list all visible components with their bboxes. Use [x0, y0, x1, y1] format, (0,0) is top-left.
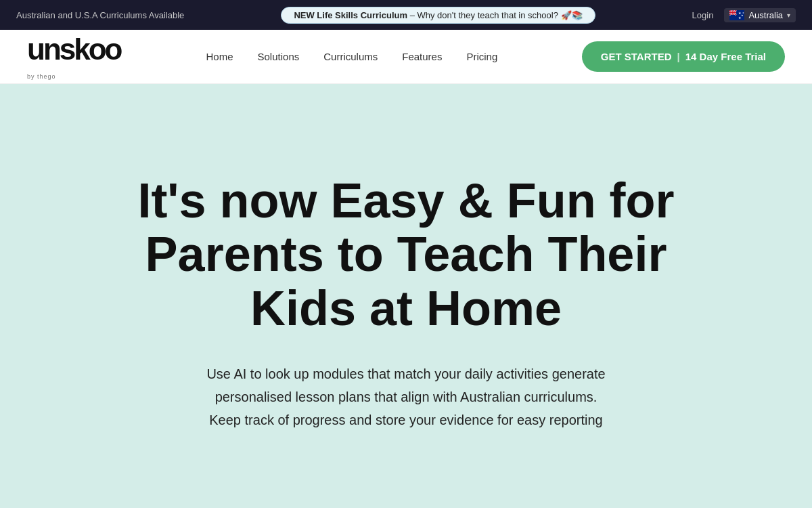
login-link[interactable]: Login [692, 10, 714, 20]
country-selector[interactable]: ★ ★ ★ ★ Australia ▾ [724, 8, 796, 22]
country-label: Australia [748, 10, 783, 20]
banner-highlight: NEW Life Skills Curriculum [294, 10, 407, 20]
nav-item-home[interactable]: Home [206, 51, 233, 63]
hero-inner: It's now Easy & Fun for Parents to Teach… [135, 174, 677, 431]
banner-left-text: Australian and U.S.A Curriculums Availab… [16, 10, 184, 20]
get-started-button[interactable]: GET STARTED | 14 Day Free Trial [582, 41, 785, 72]
hero-section: It's now Easy & Fun for Parents to Teach… [0, 84, 812, 508]
cta-divider: | [677, 51, 680, 62]
cta-sub-label: 14 Day Free Trial [685, 51, 766, 62]
hero-subtitle: Use AI to look up modules that match you… [203, 362, 609, 431]
nav-links: Home Solutions Curriculums Features Pric… [206, 51, 498, 63]
banner-right-controls: Login ★ ★ ★ ★ Australia ▾ [692, 8, 796, 22]
nav-link-pricing[interactable]: Pricing [466, 51, 497, 62]
nav-item-pricing[interactable]: Pricing [466, 51, 497, 63]
nav-item-features[interactable]: Features [402, 51, 442, 63]
banner-center-announcement[interactable]: NEW Life Skills Curriculum – Why don't t… [281, 7, 595, 24]
nav-link-solutions[interactable]: Solutions [258, 51, 300, 62]
banner-rest-text: – Why don't they teach that in school? 🚀… [410, 10, 583, 20]
logo-byline: by thego [27, 71, 68, 82]
nav-link-features[interactable]: Features [402, 51, 442, 62]
nav-link-curriculums[interactable]: Curriculums [323, 51, 378, 62]
svg-text:by thego: by thego [27, 73, 56, 80]
navbar: unskool by thego Home Solutions Curricul… [0, 30, 812, 84]
logo-text: unskool [27, 31, 122, 70]
chevron-down-icon: ▾ [787, 12, 790, 19]
logo[interactable]: unskool by thego [27, 31, 122, 82]
cta-main-label: GET STARTED [601, 51, 672, 62]
top-banner: Australian and U.S.A Curriculums Availab… [0, 0, 812, 30]
svg-text:★: ★ [742, 12, 744, 14]
svg-text:unskool: unskool [27, 33, 122, 66]
nav-item-solutions[interactable]: Solutions [258, 51, 300, 63]
hero-title: It's now Easy & Fun for Parents to Teach… [135, 174, 677, 335]
logo-svg: unskool [27, 31, 122, 66]
australia-flag-icon: ★ ★ ★ ★ [729, 10, 744, 20]
nav-item-curriculums[interactable]: Curriculums [323, 51, 378, 63]
nav-link-home[interactable]: Home [206, 51, 233, 62]
